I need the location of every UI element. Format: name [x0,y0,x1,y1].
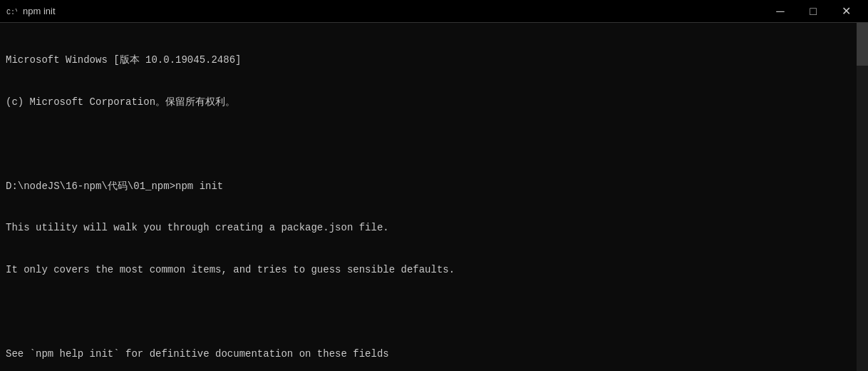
terminal-line: (c) Microsoft Corporation。保留所有权利。 [6,96,862,110]
minimize-button[interactable]: ─ [764,0,797,23]
terminal-line: D:\nodeJS\16-npm\代码\01_npm>npm init [6,180,862,194]
window-title: npm init [23,6,56,16]
terminal-line: Microsoft Windows [版本 10.0.19045.2486] [6,54,862,68]
terminal-line [6,305,862,320]
terminal-line [6,138,862,152]
cmd-icon: C:\ [6,6,17,17]
terminal-line: It only covers the most common items, an… [6,263,862,278]
maximize-button[interactable]: □ [797,0,830,23]
close-button[interactable]: ✕ [830,0,862,23]
terminal-content: Microsoft Windows [版本 10.0.19045.2486] (… [6,26,862,371]
terminal-line: This utility will walk you through creat… [6,221,862,235]
window-controls: ─ □ ✕ [764,0,862,23]
terminal-window: C:\ npm init ─ □ ✕ Microsoft Windows [版本… [0,0,868,371]
terminal-line: See `npm help init` for definitive docum… [6,347,862,362]
scrollbar[interactable] [857,23,868,371]
title-bar-left: C:\ npm init [6,6,56,17]
svg-text:C:\: C:\ [6,9,17,16]
title-bar: C:\ npm init ─ □ ✕ [0,0,868,23]
terminal-body[interactable]: Microsoft Windows [版本 10.0.19045.2486] (… [0,23,868,371]
scrollbar-thumb[interactable] [857,23,868,66]
